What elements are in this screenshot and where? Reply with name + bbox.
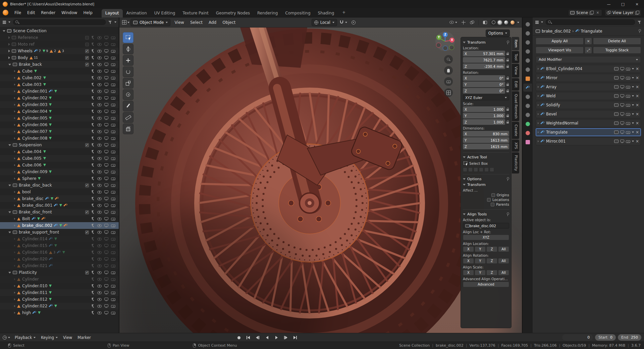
expand-icon[interactable] [14,84,15,86]
coll-icon[interactable] [614,140,619,143]
modifier-extras-icon[interactable] [632,86,634,88]
screen-icon[interactable] [620,121,624,125]
camera-icon[interactable] [111,43,115,46]
screen-icon[interactable] [104,177,108,180]
cursor-icon[interactable] [92,231,95,234]
current-frame-field[interactable]: 0 [562,334,593,341]
screen-icon[interactable] [104,163,108,167]
cursor-icon[interactable] [92,69,95,73]
camera-icon[interactable] [111,157,115,160]
outliner-row[interactable]: Cylinder.022 [0,303,119,309]
viewport-3d[interactable]: Object Mode ViewSelectAddObject Local [119,17,522,333]
start-frame-field[interactable]: Start0 [595,334,616,341]
check-icon[interactable] [491,203,494,206]
workspace-tab-texture-paint[interactable]: Texture Paint [179,9,212,17]
cursor-icon[interactable] [92,43,95,46]
expand-icon[interactable] [8,185,11,186]
properties-tab-physics[interactable] [523,102,532,110]
n-panel-tab-xps[interactable]: XPS [512,140,519,152]
properties-tab-output[interactable] [523,38,532,46]
viewport-menu-view[interactable]: View [171,19,187,26]
camera-icon[interactable] [111,110,115,113]
cursor-icon[interactable] [92,311,95,315]
properties-tab-particles[interactable] [523,93,532,101]
camera-icon[interactable] [626,103,630,107]
expand-icon[interactable] [14,151,15,153]
align-tools-header[interactable]: Align Tools [463,212,509,216]
camera-icon[interactable] [111,251,115,254]
viewport-menu-add[interactable]: Add [206,19,219,26]
modifier-row[interactable]: Mirror.001× [536,137,641,145]
camera-icon[interactable] [111,83,115,86]
expand-icon[interactable] [14,70,15,72]
outliner-row[interactable]: Cylinder.006 [0,121,119,128]
screen-icon[interactable] [620,131,624,134]
camera-icon[interactable] [111,130,115,133]
properties-editor-type-icon[interactable] [535,20,539,24]
menu-help[interactable]: Help [80,9,95,16]
properties-search-input[interactable] [554,20,633,24]
cursor-icon[interactable] [92,137,95,140]
pin-icon[interactable] [506,177,509,181]
shading-chevron-icon[interactable] [517,22,519,23]
toggle-stack-button[interactable]: Toggle Stack [593,47,641,54]
outliner-row[interactable]: Reference [0,34,119,41]
expand-icon[interactable] [14,157,15,159]
align-x-button[interactable]: X [463,270,474,276]
breadcrumb-object[interactable]: brake_disc.002 [542,29,571,34]
menu-edit[interactable]: Edit [24,9,38,16]
timeline-menu-keying[interactable]: Keying [38,335,60,341]
tool-transform[interactable] [123,89,133,100]
pan-button[interactable] [444,66,453,75]
outliner-row[interactable]: bool [0,189,119,195]
outliner-row[interactable]: Cylinder.015 [0,242,119,249]
outliner-row[interactable]: Cylinder.008 [0,135,119,142]
screen-icon[interactable] [620,140,624,143]
align-x-button[interactable]: X [463,246,474,252]
camera-icon[interactable] [626,76,630,80]
screen-icon[interactable] [104,210,108,214]
expand-icon[interactable] [14,137,15,139]
outliner-row[interactable]: Brake_back✓ [0,61,119,68]
eye-icon[interactable] [97,251,102,254]
camera-icon[interactable] [111,264,115,267]
pin-icon[interactable] [506,212,509,216]
screen-icon[interactable] [104,123,108,127]
cursor-icon[interactable] [92,76,95,80]
cursor-icon[interactable] [92,284,95,288]
screen-icon[interactable] [620,112,624,116]
outliner-row[interactable]: brake_disc.001 [0,202,119,209]
camera-icon[interactable] [111,284,115,288]
outliner-row[interactable]: Plasticity✓ [0,269,119,276]
preset-button[interactable] [468,167,473,172]
play-button[interactable] [272,335,280,341]
cursor-icon[interactable] [92,157,95,160]
expand-icon[interactable] [538,77,539,79]
new-view-layer-icon[interactable] [635,11,639,15]
modifier-row[interactable]: Triangulate× [536,128,641,136]
eye-icon[interactable] [97,238,102,241]
outliner-row[interactable]: Cube.004 [0,148,119,155]
expand-icon[interactable] [14,218,15,220]
screen-icon[interactable] [104,63,108,66]
screen-icon[interactable] [104,170,108,173]
camera-icon[interactable] [111,231,115,234]
cursor-icon[interactable] [92,304,95,308]
viewport-menu-select[interactable]: Select [187,19,206,26]
preset-button[interactable] [474,167,478,172]
jump-start-button[interactable] [244,335,252,341]
camera-icon[interactable] [111,244,115,247]
eye-icon[interactable] [97,50,102,53]
eye-icon[interactable] [97,117,102,120]
check-icon[interactable] [491,193,495,197]
mode-dropdown[interactable]: Object Mode [130,19,170,26]
eye-icon[interactable] [97,184,102,187]
number-field[interactable]: Y1.000 [463,113,505,118]
play-reverse-button[interactable] [263,335,271,341]
modifier-extras-icon[interactable] [632,104,634,106]
camera-icon[interactable] [111,217,115,220]
expand-icon[interactable] [538,95,539,97]
check-icon[interactable] [85,43,89,46]
eye-icon[interactable] [97,244,102,247]
screen-icon[interactable] [104,103,108,106]
